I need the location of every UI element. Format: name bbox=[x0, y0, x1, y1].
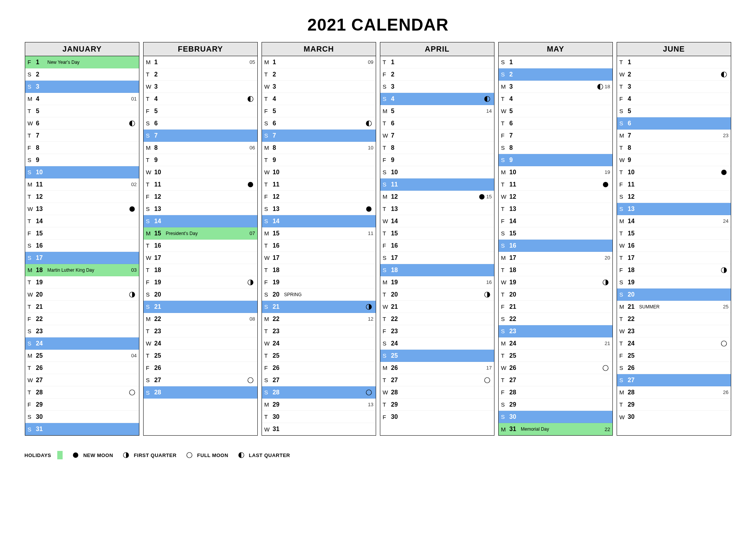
day-number: 24 bbox=[509, 340, 520, 347]
day-row: S10 bbox=[25, 166, 139, 178]
day-row: T22 bbox=[380, 313, 494, 325]
day-row: T25 bbox=[144, 350, 257, 362]
day-row: W7 bbox=[380, 130, 494, 142]
svg-point-11 bbox=[366, 390, 372, 395]
day-row: W28 bbox=[380, 386, 494, 399]
day-row: M15President's Day07 bbox=[144, 227, 257, 240]
day-number: 30 bbox=[36, 413, 47, 420]
day-of-week: S bbox=[383, 340, 391, 347]
day-number: 24 bbox=[273, 340, 283, 347]
day-row: T20 bbox=[380, 289, 494, 301]
day-number: 12 bbox=[391, 193, 402, 200]
day-row: W21 bbox=[380, 301, 494, 313]
day-number: 4 bbox=[628, 96, 638, 102]
day-number: 3 bbox=[154, 83, 165, 90]
day-row: S3 bbox=[25, 81, 139, 93]
full-moon-icon bbox=[484, 377, 490, 383]
day-row: S2 bbox=[499, 68, 612, 81]
day-row: S13 bbox=[262, 203, 376, 215]
day-row: W19 bbox=[499, 276, 612, 289]
day-row: M318 bbox=[499, 81, 612, 93]
day-number: 26 bbox=[154, 365, 165, 371]
day-row: M1720 bbox=[499, 252, 612, 264]
day-row: S27 bbox=[262, 374, 376, 386]
day-of-week: T bbox=[146, 242, 154, 249]
day-row: S6 bbox=[144, 117, 257, 130]
day-of-week: W bbox=[383, 389, 391, 396]
day-number: 21 bbox=[273, 303, 283, 310]
day-number: 13 bbox=[509, 206, 520, 212]
day-number: 10 bbox=[391, 169, 402, 176]
week-number: 03 bbox=[131, 267, 137, 273]
day-row: S9 bbox=[499, 154, 612, 166]
day-number: 25 bbox=[628, 352, 638, 359]
day-row: S12 bbox=[617, 191, 731, 203]
day-of-week: F bbox=[383, 71, 391, 78]
day-of-week: W bbox=[383, 218, 391, 224]
day-number: 28 bbox=[509, 389, 520, 396]
day-number: 14 bbox=[509, 218, 520, 225]
day-row: S6 bbox=[617, 117, 731, 130]
day-number: 16 bbox=[154, 242, 165, 249]
day-number: 24 bbox=[36, 340, 47, 347]
day-row: S3 bbox=[380, 81, 494, 93]
day-of-week: S bbox=[146, 120, 154, 126]
day-number: 6 bbox=[36, 120, 47, 127]
day-row: W24 bbox=[144, 337, 257, 350]
legend-first-quarter-label: FIRST QUARTER bbox=[134, 452, 176, 458]
day-row: M1511 bbox=[262, 227, 376, 240]
day-of-week: F bbox=[27, 59, 36, 65]
day-number: 7 bbox=[391, 132, 402, 139]
week-number: 21 bbox=[605, 340, 610, 346]
day-row: F11 bbox=[617, 178, 731, 191]
day-row: T4 bbox=[499, 93, 612, 105]
day-number: 11 bbox=[628, 181, 638, 188]
day-number: 19 bbox=[509, 279, 520, 286]
day-of-week: T bbox=[264, 157, 273, 163]
week-number: 02 bbox=[131, 182, 137, 187]
day-row: W6 bbox=[25, 117, 139, 130]
day-of-week: F bbox=[264, 193, 273, 200]
day-of-week: F bbox=[619, 352, 628, 359]
day-of-week: M bbox=[619, 132, 628, 139]
day-number: 13 bbox=[391, 206, 402, 212]
day-row: T23 bbox=[262, 325, 376, 337]
day-number: 25 bbox=[509, 352, 520, 359]
day-row: S4 bbox=[380, 93, 494, 105]
day-of-week: S bbox=[27, 242, 36, 249]
day-of-week: T bbox=[619, 230, 628, 237]
day-row: T30 bbox=[262, 411, 376, 423]
new-moon-icon bbox=[129, 206, 135, 212]
day-of-week: W bbox=[146, 169, 154, 175]
day-number: 12 bbox=[154, 193, 165, 200]
day-of-week: F bbox=[383, 414, 391, 420]
day-of-week: W bbox=[383, 132, 391, 139]
day-of-week: T bbox=[501, 120, 509, 126]
day-of-week: M bbox=[146, 59, 154, 65]
day-row: F19 bbox=[262, 276, 376, 289]
day-number: 31 bbox=[36, 426, 47, 433]
week-number: 05 bbox=[250, 59, 255, 65]
day-of-week: S bbox=[27, 426, 36, 433]
day-number: 8 bbox=[509, 144, 520, 151]
day-note: SUMMER bbox=[639, 304, 723, 310]
day-of-week: W bbox=[619, 328, 628, 334]
day-row: T5 bbox=[25, 105, 139, 117]
day-note: New Year's Day bbox=[47, 60, 137, 65]
day-row: F15 bbox=[25, 227, 139, 240]
day-of-week: M bbox=[27, 181, 36, 188]
first-moon-icon bbox=[247, 279, 254, 285]
day-of-week: T bbox=[264, 96, 273, 102]
legend-full-moon: FULL MOON bbox=[186, 452, 228, 458]
day-row: T20 bbox=[499, 289, 612, 301]
day-row: W10 bbox=[262, 166, 376, 178]
day-number: 10 bbox=[154, 169, 165, 176]
svg-point-7 bbox=[248, 378, 253, 383]
legend-last-quarter-label: LAST QUARTER bbox=[249, 452, 290, 458]
day-number: 5 bbox=[391, 108, 402, 115]
day-of-week: T bbox=[501, 96, 509, 102]
day-number: 7 bbox=[154, 132, 165, 139]
svg-point-9 bbox=[366, 206, 372, 212]
day-note: Martin Luther King Day bbox=[47, 268, 131, 273]
day-number: 2 bbox=[628, 71, 638, 78]
